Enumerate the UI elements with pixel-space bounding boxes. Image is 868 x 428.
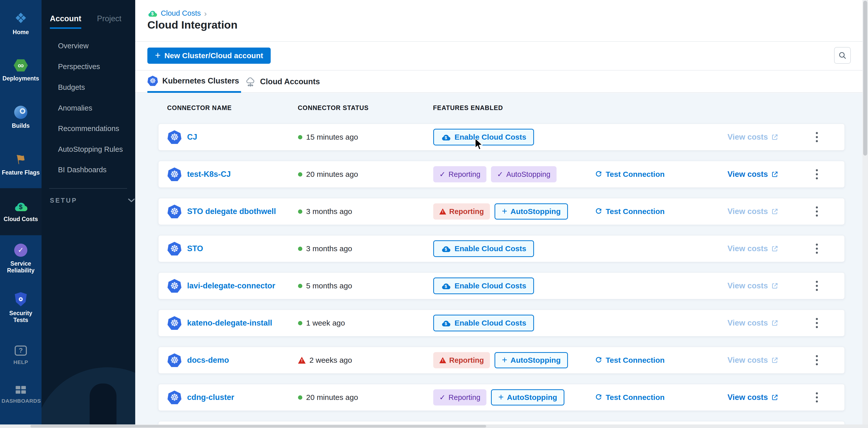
connector-name-link[interactable]: lavi-delegate-connector bbox=[187, 281, 275, 290]
add-autostopping-button[interactable]: +AutoStopping bbox=[495, 203, 568, 220]
features-enabled: Reporting+AutoStopping bbox=[433, 203, 568, 220]
view-costs-link[interactable]: View costs bbox=[727, 207, 778, 216]
row-menu-button[interactable] bbox=[813, 129, 821, 145]
row-menu-button[interactable] bbox=[813, 315, 821, 331]
divider bbox=[49, 188, 127, 189]
view-costs-link[interactable]: View costs bbox=[727, 133, 778, 142]
sidebar-item-builds[interactable]: Builds bbox=[0, 94, 41, 141]
sidebar-item-cloud-costs[interactable]: $ Cloud Costs bbox=[0, 188, 41, 235]
add-autostopping-button[interactable]: +AutoStopping bbox=[491, 389, 564, 405]
nav-item-budgets[interactable]: Budgets bbox=[58, 83, 85, 92]
view-costs-link[interactable]: View costs bbox=[727, 356, 778, 365]
features-enabled: $Enable Cloud Costs bbox=[433, 240, 534, 257]
features-enabled: Reporting+AutoStopping bbox=[433, 352, 568, 368]
sidebar-item-dashboards[interactable]: DASHBOARDS bbox=[0, 377, 41, 412]
search-button[interactable] bbox=[834, 47, 851, 64]
row-menu-button[interactable] bbox=[813, 203, 821, 220]
tab-project[interactable]: Project bbox=[97, 14, 121, 23]
view-costs-link[interactable]: View costs bbox=[727, 244, 778, 253]
row-menu-button[interactable] bbox=[813, 389, 821, 405]
breadcrumb: $ Cloud Costs › bbox=[147, 9, 207, 18]
nav-item-anomalies[interactable]: Anomalies bbox=[58, 104, 92, 112]
feature-flags-icon: ⚑ bbox=[14, 152, 28, 167]
external-link-icon bbox=[771, 357, 778, 364]
sidebar-item-home[interactable]: ❖ Home bbox=[0, 0, 41, 47]
view-costs-link[interactable]: View costs bbox=[727, 319, 778, 328]
status-ok-dot bbox=[298, 246, 302, 251]
features-enabled: $Enable Cloud Costs bbox=[433, 277, 534, 294]
table-row: ☸kateno-delegate-install1 week ago$Enabl… bbox=[158, 309, 845, 336]
enable-cloud-costs-button[interactable]: $Enable Cloud Costs bbox=[433, 277, 534, 294]
test-connection-link[interactable]: Test Connection bbox=[595, 393, 665, 402]
sidebar-item-security-tests[interactable]: Security Tests bbox=[0, 284, 41, 331]
horizontal-scrollbar-thumb[interactable] bbox=[30, 425, 486, 427]
service-reliability-icon: ✓ bbox=[14, 243, 27, 257]
features-enabled: ✓Reporting✓AutoStopping bbox=[433, 166, 557, 183]
sidebar-item-service-reliability[interactable]: ✓ Service Reliability bbox=[0, 235, 41, 282]
enable-cloud-costs-button[interactable]: $Enable Cloud Costs bbox=[433, 129, 534, 145]
view-costs-link[interactable]: View costs bbox=[727, 393, 778, 402]
connector-name-link[interactable]: STO bbox=[187, 244, 203, 253]
test-connection-link[interactable]: Test Connection bbox=[595, 170, 665, 178]
check-icon: ✓ bbox=[439, 393, 445, 402]
view-costs-link[interactable]: View costs bbox=[727, 281, 778, 290]
tab-cloud-accounts[interactable]: Cloud Accounts bbox=[245, 71, 320, 93]
row-menu-button[interactable] bbox=[813, 278, 821, 294]
view-costs-link[interactable]: View costs bbox=[727, 170, 778, 179]
enable-cloud-costs-button[interactable]: $Enable Cloud Costs bbox=[433, 240, 534, 257]
horizontal-scrollbar[interactable] bbox=[0, 424, 868, 428]
table-row: ☸CJ15 minutes ago$Enable Cloud CostsView… bbox=[158, 124, 845, 151]
nav-item-overview[interactable]: Overview bbox=[58, 42, 89, 50]
cloud-dollar-icon: $ bbox=[441, 133, 451, 141]
row-menu-button[interactable] bbox=[813, 240, 821, 257]
check-icon: ✓ bbox=[497, 170, 503, 178]
add-autostopping-button[interactable]: +AutoStopping bbox=[495, 352, 568, 368]
table-row: ☸cdng-cluster20 minutes ago✓Reporting+Au… bbox=[158, 384, 845, 411]
sidebar-item-feature-flags[interactable]: ⚑ Feature Flags bbox=[0, 141, 41, 188]
sidebar-item-label: Cloud Costs bbox=[4, 216, 38, 223]
nav-item-bi-dashboards[interactable]: BI Dashboards bbox=[58, 166, 106, 174]
chevron-down-icon[interactable] bbox=[128, 198, 135, 203]
module-sidebar: ❖ Home ∞ Deployments Builds ⚑ Feature Fl… bbox=[0, 0, 41, 428]
connector-name-link[interactable]: cdng-cluster bbox=[187, 393, 234, 402]
sidebar-item-label: Security Tests bbox=[2, 310, 40, 324]
refresh-icon bbox=[595, 170, 602, 178]
row-menu-button[interactable] bbox=[813, 352, 821, 368]
page-title: Cloud Integration bbox=[147, 19, 238, 31]
connector-name-link[interactable]: CJ bbox=[187, 133, 197, 142]
test-connection-link[interactable]: Test Connection bbox=[595, 356, 665, 364]
connector-status: 20 minutes ago bbox=[298, 170, 358, 178]
tab-account[interactable]: Account bbox=[50, 14, 81, 29]
cloud-costs-breadcrumb-icon: $ bbox=[147, 9, 157, 18]
nav-item-recommendations[interactable]: Recommendations bbox=[58, 125, 119, 133]
setup-section-toggle[interactable]: SETUP bbox=[50, 197, 77, 204]
status-time: 3 months ago bbox=[306, 207, 352, 216]
connector-name-link[interactable]: STO delegate dbothwell bbox=[187, 207, 276, 216]
sidebar-item-deployments[interactable]: ∞ Deployments bbox=[0, 47, 41, 94]
nav-item-autostopping-rules[interactable]: AutoStopping Rules bbox=[58, 145, 123, 154]
sidebar-item-help[interactable]: ? HELP bbox=[0, 336, 41, 374]
breadcrumb-link-cloud-costs[interactable]: Cloud Costs bbox=[161, 9, 201, 18]
vertical-scrollbar-thumb[interactable] bbox=[863, 1, 867, 156]
connector-name-link[interactable]: kateno-delegate-install bbox=[187, 319, 272, 328]
kubernetes-connector-icon: ☸ bbox=[167, 241, 182, 256]
connector-name-link[interactable]: docs-demo bbox=[187, 356, 229, 365]
nav-item-perspectives[interactable]: Perspectives bbox=[58, 63, 100, 71]
test-connection-link[interactable]: Test Connection bbox=[595, 207, 665, 216]
refresh-icon bbox=[595, 394, 602, 401]
external-link-icon bbox=[771, 394, 778, 401]
row-menu-button[interactable] bbox=[813, 166, 821, 183]
column-header-connector-name: CONNECTOR NAME bbox=[167, 104, 232, 111]
status-time: 15 minutes ago bbox=[306, 133, 358, 141]
enable-cloud-costs-button[interactable]: $Enable Cloud Costs bbox=[433, 315, 534, 331]
plus-icon: + bbox=[502, 206, 507, 217]
status-time: 20 minutes ago bbox=[306, 170, 358, 178]
new-cluster-cloud-account-button[interactable]: + New Cluster/Cloud account bbox=[147, 47, 271, 64]
vertical-scrollbar[interactable] bbox=[862, 0, 868, 424]
refresh-icon bbox=[595, 208, 602, 215]
sidebar-item-label: Builds bbox=[12, 123, 30, 129]
connector-name-link[interactable]: test-K8s-CJ bbox=[187, 170, 231, 179]
decorative-circle bbox=[41, 367, 135, 428]
tab-kubernetes-clusters[interactable]: ☸ Kubernetes Clusters bbox=[147, 71, 241, 93]
status-ok-dot bbox=[298, 209, 302, 214]
